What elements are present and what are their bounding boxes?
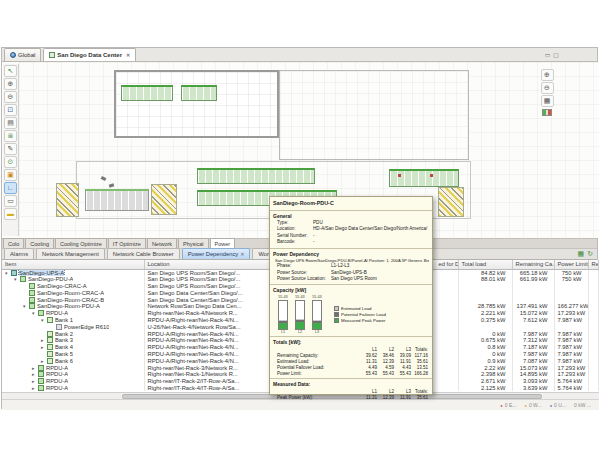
section-totals: Totals [kW]:: [273, 339, 429, 345]
legend-swatch: [334, 318, 339, 323]
room-outline-main[interactable]: [114, 70, 279, 138]
layer-tab-network[interactable]: Network: [147, 238, 177, 248]
measured-peak-segment: [279, 323, 287, 329]
item-label: RPDU-A: [46, 310, 68, 316]
layer-tab-it-optimize[interactable]: IT Optimize: [108, 238, 146, 248]
bank-icon: [47, 337, 53, 343]
tree-node: SanDiego-Room-CRAC-B: [5, 297, 141, 303]
minimize-icon[interactable]: ▭: [545, 51, 551, 58]
item-label: Bank 2: [55, 331, 73, 337]
zoom-out-tool-button[interactable]: ⊖: [4, 91, 17, 103]
remaining-capacity-cell: 7.087 kW: [512, 357, 554, 364]
tab-close-icon[interactable]: ✕: [240, 249, 244, 260]
view-tab-label: Alarms: [10, 249, 28, 260]
metric-value: 166.28: [412, 370, 429, 376]
fit-view-tool-button[interactable]: ⊡: [4, 104, 17, 116]
tree-node: ▸RPDU-A: [5, 371, 141, 377]
item-cell: ▸RPDU-A: [2, 371, 144, 378]
room-outline-right[interactable]: [279, 70, 469, 160]
location-cell: San Diego UPS Room/San Diego/...: [144, 283, 284, 290]
layer-tab-cooling-optimize[interactable]: Cooling Optimize: [55, 238, 107, 248]
navigate-tool-button[interactable]: ⊙: [4, 156, 17, 168]
item-label: SanDiego-Room-CRAC-B: [37, 297, 104, 303]
rack-row[interactable]: [197, 168, 315, 184]
layer-tab-power[interactable]: Power: [210, 238, 236, 248]
map-zoom-in-button[interactable]: ⊕: [541, 69, 554, 81]
room-tool-button[interactable]: ▭: [4, 195, 17, 207]
item-cell: ▾RPDU-A: [2, 310, 144, 317]
bank-icon: [47, 351, 53, 357]
tree-node: ▾SanDiego-Room-PDU-A: [5, 303, 141, 309]
editor-tab-global[interactable]: Global: [4, 48, 41, 61]
zoom-in-tool-button[interactable]: ⊕: [4, 78, 17, 90]
print-tool-button[interactable]: ▤: [4, 117, 17, 129]
rack-row[interactable]: [85, 189, 149, 211]
measured-peak-segment: [313, 323, 321, 329]
overview-button[interactable]: ▦: [541, 95, 554, 107]
power-limit-cell: 750 kW: [554, 276, 588, 283]
select-tool-button[interactable]: ↖: [4, 65, 17, 77]
phase-column-header: Totals:: [412, 388, 429, 394]
rack-row[interactable]: [181, 85, 217, 101]
total-load-cell: 0 kW: [458, 351, 512, 358]
info-count-icon: ●: [550, 403, 552, 408]
layers-tool-button[interactable]: ≣: [4, 130, 17, 142]
remaining-capacity-cell: [512, 283, 554, 290]
layer-tab-colo[interactable]: Colo: [3, 238, 24, 248]
column-header-location[interactable]: Location: [144, 260, 284, 269]
view-tab-alarms[interactable]: Alarms: [4, 248, 34, 259]
rack-row[interactable]: [121, 85, 173, 101]
power-limit-cell: [554, 323, 588, 330]
total-load-cell: 2.398 kW: [458, 371, 512, 378]
remaining-capacity-cell: [512, 289, 554, 296]
layer-tab-physical[interactable]: Physical: [178, 238, 208, 248]
wall-tool-button[interactable]: ∟: [4, 182, 17, 194]
rack-row[interactable]: [389, 169, 459, 187]
view-tab-power-dependency[interactable]: Power Dependency✕: [182, 248, 251, 259]
item-label: PowerEdge R610: [64, 324, 109, 330]
refresh-icon[interactable]: ↻: [587, 250, 593, 258]
totals-table: L1L2L3Totals:Remaining Capacity:39.6238.…: [273, 346, 429, 376]
tree-node: Bank 2: [5, 331, 141, 337]
zone-tool-button[interactable]: ▬: [4, 208, 17, 220]
edit-tool-button[interactable]: ✎: [4, 143, 17, 155]
maximize-icon[interactable]: ▢: [553, 51, 559, 58]
tooltip-title: SanDiego-Room-PDU-C: [273, 199, 429, 208]
item-cell: ▸RPDU-A: [2, 385, 144, 392]
map-zoom-out-button[interactable]: ⊖: [541, 82, 554, 94]
item-cell: ▸Bank 4: [2, 344, 144, 351]
view-tab-label: Power Dependency: [188, 249, 239, 260]
view-tab-network-cable-browser[interactable]: Network Cable Browser: [107, 248, 180, 259]
remaining-capacity-cell: 3.639 kW: [512, 385, 554, 392]
remaining-capacity-cell: 7.187 kW: [512, 344, 554, 351]
desktop: GlobalSan Diego Data Center✕ ▭▢ ↖⊕⊖⊡▤≣✎⊙…: [0, 0, 600, 450]
view-tab-network-management[interactable]: Network Management: [36, 248, 105, 259]
column-header-re[interactable]: Re...: [588, 260, 598, 269]
legend-label: Measured Peak Power: [341, 318, 385, 324]
power-limit-cell: [554, 296, 588, 303]
metric-value: 12.39: [378, 394, 395, 400]
editor-tab-san-diego-data-center[interactable]: San Diego Data Center✕: [43, 48, 136, 61]
item-label: SanDiego-Room-PDU-A: [37, 303, 100, 309]
layer-tab-cooling[interactable]: Cooling: [25, 238, 54, 248]
item-cell: SanDiego-Room-CRAC-B: [2, 296, 144, 303]
column-header-item[interactable]: Item: [2, 260, 144, 269]
overflow-cell: [588, 323, 598, 330]
item-label: RPDU-A: [46, 378, 68, 384]
view-tab-label: Network Cable Browser: [113, 249, 174, 260]
column-header-power-limit[interactable]: Power Limit: [554, 260, 588, 269]
remaining-capacity-cell: 7.987 kW: [512, 351, 554, 358]
measured-peak-segment: [296, 322, 304, 329]
property-value: San Diego UPS Room: [331, 276, 429, 282]
column-header-total-load[interactable]: Total load: [458, 260, 512, 269]
table-view-icon[interactable]: ▦: [578, 250, 585, 258]
tab-close-icon[interactable]: ✕: [126, 52, 130, 58]
column-header-remaining-ca[interactable]: Remaining Ca...: [512, 260, 554, 269]
remaining-capacity-cell: 3.093 kW: [512, 378, 554, 385]
capacity-gauge-l3: 55.43L3: [311, 295, 323, 334]
overflow-cell: [588, 303, 598, 310]
lock-tool-button[interactable]: ▣: [4, 169, 17, 181]
gauge-bar: [312, 300, 322, 330]
hatched-area: [438, 187, 464, 217]
selection-info: 0 kW ...: [574, 402, 591, 408]
